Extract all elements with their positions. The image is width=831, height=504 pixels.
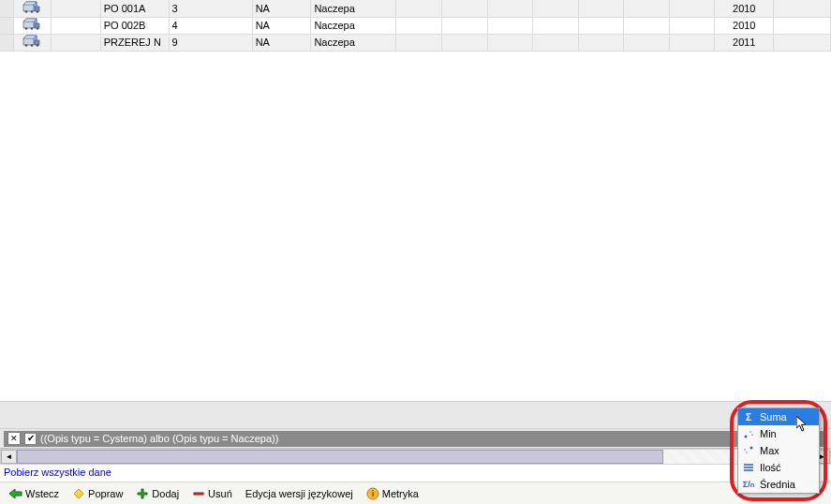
edit-label: Popraw (88, 488, 123, 499)
scroll-left-button[interactable]: ◄ (1, 450, 17, 464)
row-selector[interactable] (0, 17, 13, 34)
svg-point-17 (751, 434, 753, 436)
truck-icon (13, 0, 51, 17)
svg-point-1 (25, 10, 28, 13)
count-icon (742, 461, 755, 474)
add-label: Dodaj (152, 488, 179, 499)
svg-rect-4 (35, 23, 39, 28)
menu-item-avg[interactable]: Σ/n Średnia (738, 476, 819, 493)
back-arrow-icon (9, 487, 22, 500)
cell-empty (669, 17, 715, 34)
table-row[interactable]: PRZEREJ N 9 NA Naczepa 2011 (0, 34, 831, 51)
add-button[interactable]: Dodaj (130, 485, 185, 502)
info-icon: i (366, 487, 379, 500)
cell-empty (442, 0, 488, 17)
menu-item-min[interactable]: Min (738, 425, 819, 442)
cell-empty (624, 17, 670, 34)
cell-number: 9 (169, 34, 252, 51)
back-label: Wstecz (25, 488, 59, 499)
cell-type: Naczepa (311, 17, 396, 34)
cell-empty (669, 34, 715, 51)
plus-icon (136, 487, 149, 500)
fetch-all-link[interactable]: Pobierz wszystkie dane (4, 467, 111, 478)
cell-empty (52, 0, 101, 17)
svg-rect-0 (35, 7, 39, 11)
svg-point-9 (25, 44, 28, 47)
cell-empty (442, 17, 488, 34)
aggregate-context-menu[interactable]: Σ Suma Min Max Ilość (737, 408, 820, 494)
cell-code: NA (252, 34, 311, 51)
filter-checkbox[interactable]: ✔ (24, 433, 37, 445)
scroll-thumb[interactable] (17, 450, 663, 464)
filter-bar: ✕ ✔ ((Opis typu = Cysterna) albo (Opis t… (0, 429, 831, 449)
cell-code: NA (252, 17, 311, 34)
max-icon (742, 444, 755, 457)
filter-close-button[interactable]: ✕ (7, 432, 21, 445)
menu-item-max[interactable]: Max (738, 442, 819, 459)
minus-icon (192, 487, 205, 500)
metric-button[interactable]: i Metryka (361, 485, 424, 502)
cell-empty (578, 34, 624, 51)
cell-empty (669, 0, 715, 17)
toolbar: Wstecz Popraw Dodaj Usuń Edycja wersji j… (0, 482, 831, 504)
back-button[interactable]: Wstecz (4, 485, 65, 502)
cell-year: 2010 (715, 0, 774, 17)
cell-number: 3 (169, 0, 252, 17)
svg-point-2 (31, 10, 34, 13)
menu-label-max: Max (760, 445, 779, 456)
summary-band (0, 401, 831, 429)
language-edit-button[interactable]: Edycja wersji językowej (240, 486, 359, 501)
cell-number: 4 (169, 17, 252, 34)
horizontal-scrollbar[interactable]: ◄ ► (0, 449, 831, 465)
data-grid[interactable]: PO 001A 3 NA Naczepa 2010 PO 002B 4 NA N… (0, 0, 831, 52)
cell-empty (624, 34, 670, 51)
cell-code: NA (252, 0, 311, 17)
cell-empty (578, 17, 624, 34)
link-row: Pobierz wszystkie dane (0, 465, 831, 482)
cell-registration: PRZEREJ N (100, 34, 169, 51)
truck-icon (13, 34, 51, 51)
cell-empty (396, 17, 442, 34)
cell-empty (487, 0, 533, 17)
cell-empty (774, 0, 831, 17)
svg-point-15 (745, 436, 748, 438)
svg-point-3 (37, 10, 39, 13)
edit-button[interactable]: Popraw (67, 485, 128, 502)
cell-empty (487, 34, 533, 51)
menu-item-count[interactable]: Ilość (738, 459, 819, 476)
cell-empty (774, 34, 831, 51)
delete-button[interactable]: Usuń (186, 485, 238, 502)
highlight-circle: Σ Suma Min Max Ilość (730, 400, 827, 501)
cell-empty (396, 34, 442, 51)
avg-icon: Σ/n (742, 478, 755, 491)
cell-empty (624, 0, 670, 17)
svg-point-10 (31, 44, 34, 47)
cell-empty (396, 0, 442, 17)
svg-point-16 (749, 431, 751, 433)
row-selector[interactable] (0, 0, 13, 17)
filter-expression: ((Opis typu = Cysterna) albo (Opis typu … (40, 433, 278, 444)
svg-rect-12 (194, 493, 203, 495)
menu-item-sum[interactable]: Σ Suma (738, 408, 819, 425)
cell-year: 2010 (715, 17, 774, 34)
menu-label-avg: Średnia (760, 479, 795, 490)
cell-empty (52, 34, 101, 51)
table-row[interactable]: PO 002B 4 NA Naczepa 2010 (0, 17, 831, 34)
cell-empty (774, 17, 831, 34)
truck-icon (13, 17, 51, 34)
svg-point-19 (746, 452, 748, 453)
sigma-icon: Σ (742, 410, 755, 423)
cell-registration: PO 002B (100, 17, 169, 34)
metric-label: Metryka (382, 488, 419, 499)
min-icon (742, 427, 755, 440)
table-row[interactable]: PO 001A 3 NA Naczepa 2010 (0, 0, 831, 17)
cell-registration: PO 001A (100, 0, 169, 17)
cell-empty (533, 0, 579, 17)
row-selector[interactable] (0, 34, 13, 51)
svg-point-7 (37, 27, 39, 30)
menu-label-min: Min (760, 428, 777, 439)
cell-type: Naczepa (311, 34, 396, 51)
menu-label-sum: Suma (760, 411, 787, 422)
cell-empty (578, 0, 624, 17)
svg-point-20 (744, 449, 746, 451)
